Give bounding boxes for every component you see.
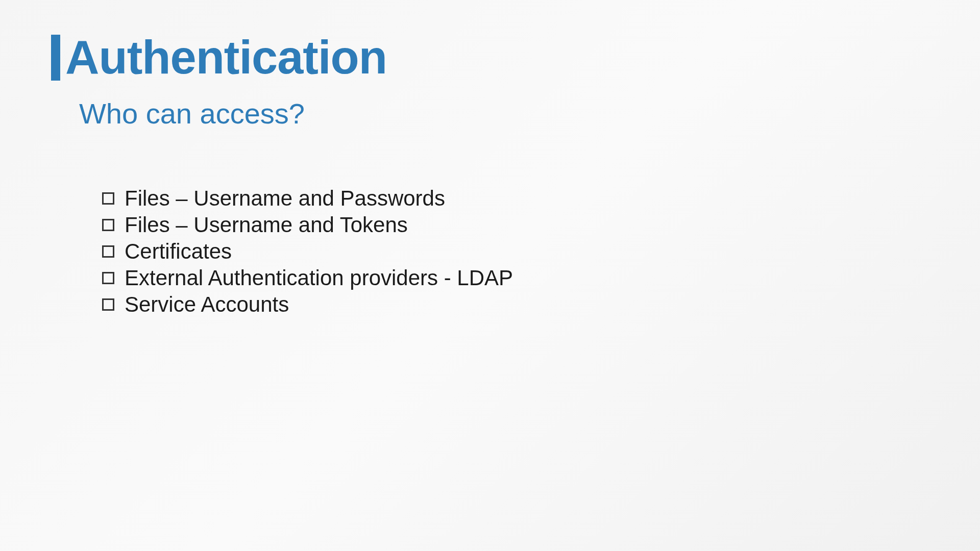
bullet-text: Certificates <box>125 239 232 264</box>
checkbox-icon <box>102 219 114 231</box>
checkbox-icon <box>102 245 114 258</box>
list-item: External Authentication providers - LDAP <box>102 266 929 290</box>
list-item: Files – Username and Tokens <box>102 213 929 237</box>
checkbox-icon <box>102 192 114 205</box>
checkbox-icon <box>102 298 114 311</box>
slide-content: Authentication Who can access? Files – U… <box>0 0 980 349</box>
title-accent-bar <box>51 35 60 81</box>
bullet-text: Files – Username and Passwords <box>125 186 445 211</box>
bullet-text: Files – Username and Tokens <box>125 213 408 237</box>
list-item: Service Accounts <box>102 292 929 317</box>
slide-subtitle: Who can access? <box>79 97 929 130</box>
bullet-list: Files – Username and Passwords Files – U… <box>102 186 929 317</box>
bullet-text: Service Accounts <box>125 292 289 317</box>
slide-title: Authentication <box>65 31 387 84</box>
list-item: Files – Username and Passwords <box>102 186 929 211</box>
title-container: Authentication <box>51 31 929 84</box>
checkbox-icon <box>102 272 114 284</box>
bullet-text: External Authentication providers - LDAP <box>125 266 513 290</box>
list-item: Certificates <box>102 239 929 264</box>
